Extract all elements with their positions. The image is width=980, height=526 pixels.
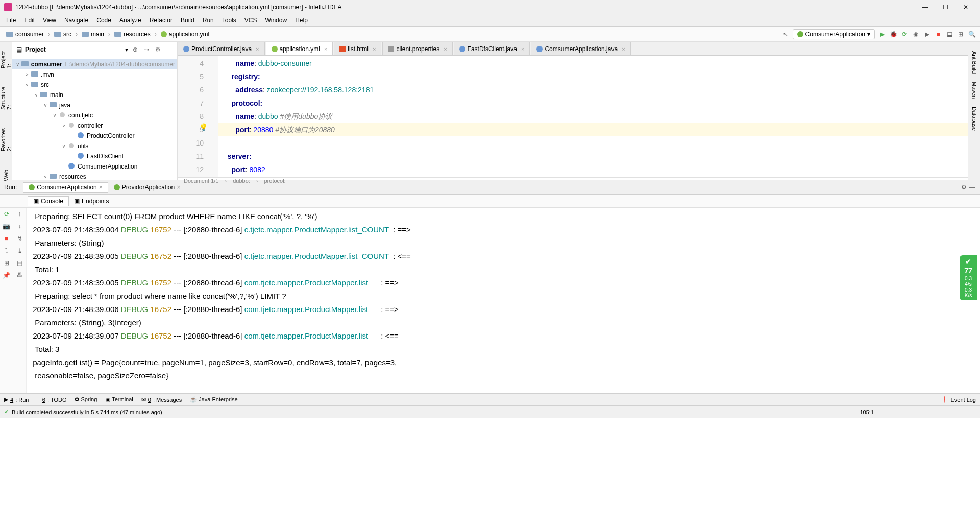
menu-view[interactable]: View — [39, 16, 60, 25]
tree-node-utils[interactable]: vutils — [12, 141, 177, 151]
crumb-resources[interactable]: resources — [112, 30, 153, 39]
tree-node-ProductController[interactable]: ProductController — [12, 131, 177, 141]
filter-icon[interactable]: ▤ — [16, 259, 24, 267]
tree-node-controller[interactable]: vcontroller — [12, 121, 177, 131]
stop-button[interactable]: ■ — [934, 30, 942, 38]
stop3-icon[interactable]: ■ — [3, 234, 11, 243]
scroll-icon[interactable]: ⤓ — [16, 247, 24, 255]
bulb-icon[interactable]: 💡 — [199, 123, 208, 131]
tree-node-resources[interactable]: vresources — [12, 172, 177, 180]
crumb-comsumer[interactable]: comsumer — [4, 30, 46, 39]
crumb-application.yml[interactable]: application.yml — [159, 30, 211, 39]
tree-node-java[interactable]: vjava — [12, 100, 177, 110]
left-tab-structure[interactable]: 7: Structure — [0, 83, 13, 114]
hide-icon[interactable]: — — [165, 45, 173, 54]
right-tab-maven[interactable]: Maven — [970, 78, 978, 103]
tree-root[interactable]: vcomsumerF:\demo\Mybatis\1204-dubbo\coms… — [12, 59, 177, 69]
run-side-1: ⟳ 📷 ■ ⤵ ⊞ 📌 — [0, 208, 13, 393]
left-tab-project[interactable]: 1: Project — [0, 47, 13, 73]
exit-icon[interactable]: ⤵ — [3, 247, 11, 255]
minimize-button[interactable]: — — [915, 0, 935, 14]
tab-client-properties[interactable]: client.properties× — [382, 42, 452, 55]
attach-button[interactable]: ▶ — [923, 30, 931, 38]
chevron-down-icon: ▾ — [867, 31, 870, 38]
run-settings-icon[interactable]: ⚙ — [960, 183, 968, 192]
settings-icon[interactable]: ⚙ — [154, 45, 162, 54]
tree-node-src[interactable]: vsrc — [12, 80, 177, 90]
menu-file[interactable]: File — [2, 16, 20, 25]
crumb-main[interactable]: main — [80, 30, 106, 39]
event-log-button[interactable]: ❗ Event Log — [941, 396, 976, 403]
debug-button[interactable]: 🐞 — [889, 30, 897, 38]
subtab-endpoints[interactable]: ▣Endpoints — [69, 197, 114, 206]
menu-window[interactable]: Window — [261, 16, 291, 25]
menu-build[interactable]: Build — [177, 16, 199, 25]
structure-button[interactable]: ⊞ — [957, 30, 965, 38]
wrap-icon[interactable]: ↯ — [16, 234, 24, 243]
run-button[interactable]: ▶ — [878, 30, 886, 38]
code-body[interactable]: name: dubbo-consumer registry: address: … — [218, 56, 968, 177]
perf-badge[interactable]: ✔ 77 0.3 4/s 0.3 K/s — [960, 255, 977, 300]
bottom-terminal[interactable]: ▣ Terminal — [105, 396, 133, 403]
project-tree[interactable]: vcomsumerF:\demo\Mybatis\1204-dubbo\coms… — [12, 57, 177, 180]
up-icon[interactable]: ↑ — [16, 210, 24, 218]
crumb-2[interactable]: protocol: — [264, 178, 285, 184]
tree-node-ComsumerApplication[interactable]: ComsumerApplication — [12, 161, 177, 172]
menu-tools[interactable]: Tools — [218, 16, 240, 25]
run-panel: Run: ComsumerApplication ×ProvidorApplic… — [0, 180, 980, 393]
back-icon[interactable]: ↖ — [781, 30, 790, 38]
down-icon[interactable]: ↓ — [16, 222, 24, 230]
crumb-src[interactable]: src — [52, 30, 74, 39]
bottom-messages[interactable]: ✉ 0: Messages — [141, 396, 182, 403]
bottom-todo[interactable]: ≡ 6: TODO — [37, 397, 66, 403]
pin-icon[interactable]: 📌 — [3, 271, 11, 279]
menu-navigate[interactable]: Navigate — [60, 16, 92, 25]
print-icon[interactable]: 🖶 — [16, 271, 24, 279]
collapse-icon[interactable]: ⇢ — [142, 45, 151, 54]
tab-ComsumerApplication-java[interactable]: ComsumerApplication.java× — [531, 42, 630, 55]
maximize-button[interactable]: ☐ — [935, 0, 955, 14]
right-tab-database[interactable]: Database — [970, 103, 978, 135]
tab-FastDfsClient-java[interactable]: FastDfsClient.java× — [454, 42, 530, 55]
menu-code[interactable]: Code — [92, 16, 115, 25]
profile-button[interactable]: ◉ — [912, 30, 920, 38]
stop2-icon[interactable]: 📷 — [3, 222, 11, 230]
tab-application-yml[interactable]: application.yml× — [266, 42, 333, 55]
console-output[interactable]: Preparing: SELECT count(0) FROM product … — [27, 208, 980, 393]
left-tab-favorites[interactable]: 2: Favorites — [0, 124, 13, 155]
rerun-icon[interactable]: ⟳ — [3, 210, 11, 218]
tree-node-com-tjetc[interactable]: vcom.tjetc — [12, 110, 177, 121]
tree-node-FastDfsClient[interactable]: FastDfsClient — [12, 151, 177, 161]
right-tab-antbuild[interactable]: Ant Build — [970, 47, 978, 78]
run-tab-ProvidorApplication[interactable]: ProvidorApplication × — [108, 182, 186, 193]
bottom-run[interactable]: ▶ 4: Run — [4, 396, 29, 403]
menu-refactor[interactable]: Refactor — [145, 16, 177, 25]
close-button[interactable]: ✕ — [955, 0, 976, 14]
update-button[interactable]: ⬓ — [945, 30, 953, 38]
bottom-toolbar: ▶ 4: Run≡ 6: TODO✿ Spring▣ Terminal✉ 0: … — [0, 393, 980, 405]
dropdown-icon[interactable]: ▾ — [125, 46, 128, 53]
run-hide-icon[interactable]: — — [968, 183, 976, 192]
bottom-spring[interactable]: ✿ Spring — [75, 396, 97, 403]
menu-vcs[interactable]: VCS — [240, 16, 261, 25]
search-button[interactable]: 🔍 — [968, 30, 976, 38]
layout-icon[interactable]: ⊞ — [3, 259, 11, 267]
left-tool-strip: 1: Project7: Structure2: FavoritesWeb — [0, 42, 12, 180]
tab-ProductController-java[interactable]: ProductController.java× — [178, 42, 265, 55]
run-config-selector[interactable]: ComsumerApplication ▾ — [793, 29, 875, 39]
menu-run[interactable]: Run — [199, 16, 218, 25]
locate-icon[interactable]: ⊕ — [131, 45, 139, 54]
menu-help[interactable]: Help — [291, 16, 312, 25]
menu-edit[interactable]: Edit — [20, 16, 39, 25]
run-tab-ComsumerApplication[interactable]: ComsumerApplication × — [23, 182, 108, 193]
tree-node--mvn[interactable]: >.mvn — [12, 69, 177, 80]
tab-list-html[interactable]: list.html× — [334, 42, 381, 55]
menu-analyze[interactable]: Analyze — [115, 16, 145, 25]
tree-node-main[interactable]: vmain — [12, 90, 177, 100]
bottom-javaenterprise[interactable]: ☕ Java Enterprise — [190, 396, 237, 403]
subtab-console[interactable]: ▣Console — [28, 196, 69, 206]
crumb-1[interactable]: dubbo: — [233, 178, 250, 184]
code-editor[interactable]: 456789101112 💡 name: dubbo-consumer regi… — [178, 56, 968, 177]
left-tab-web[interactable]: Web — [2, 165, 10, 185]
coverage-button[interactable]: ⟳ — [900, 30, 909, 38]
